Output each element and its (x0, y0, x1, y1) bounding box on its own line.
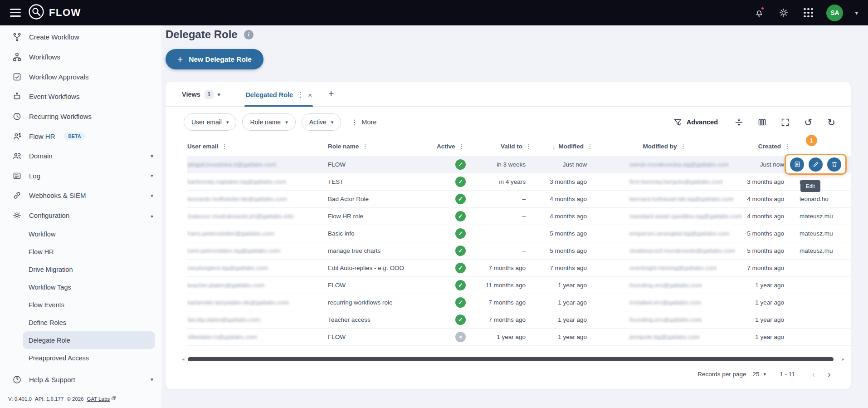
sidebar-item-recurring-workflows[interactable]: Recurring Workflows (0, 107, 161, 127)
column-menu-kebab-icon[interactable]: ⋮ (784, 143, 790, 150)
sidebar-item-webhooks-siem[interactable]: Webhooks & SIEM ▾ (0, 186, 161, 206)
advanced-filter-button[interactable]: Advanced (673, 118, 718, 127)
active-status-icon: ✓ (455, 263, 466, 273)
sidebar-item-configuration[interactable]: Configuration ▴ (0, 206, 161, 226)
tab-delegated-role[interactable]: Delegated Role ⋮ × (244, 91, 313, 106)
brand-logo[interactable]: FLOW (28, 4, 81, 22)
scrollbar-thumb[interactable] (188, 357, 834, 361)
sidebar-item-flow-hr[interactable]: Flow HR BETA (0, 126, 161, 146)
account-menu-chevron-icon[interactable]: ▾ (855, 10, 858, 16)
column-header-user-email: User email⋮ (187, 143, 328, 150)
fullscreen-icon[interactable] (779, 116, 791, 128)
sidebar-item-flow-events[interactable]: Flow Events (23, 296, 155, 314)
sidebar-item-workflow[interactable]: Workflow (23, 225, 155, 243)
sidebar-item-preapproved-access[interactable]: Preapproved Access (23, 349, 155, 367)
workflow-approvals-icon (12, 72, 22, 82)
sidebar-item-define-roles[interactable]: Define Roles (23, 314, 155, 331)
active-cell: ✓ (455, 315, 466, 325)
sidebar-item-workflows[interactable]: Workflows (0, 47, 161, 67)
sidebar-item-log[interactable]: Log ▾ (0, 166, 161, 186)
filter-active[interactable]: Active ▾ (302, 113, 341, 131)
column-menu-kebab-icon[interactable]: ⋮ (362, 143, 368, 150)
sidebar-item-drive-migration[interactable]: Drive Migration (23, 261, 155, 278)
role-name-cell: FLOW (328, 334, 437, 340)
created-cell: 4 months ago (747, 213, 795, 220)
scroll-left-arrow-icon[interactable]: ◂ (182, 357, 185, 362)
sidebar-item-delegate-role[interactable]: Delegate Role (23, 331, 155, 349)
row-actions-popover (785, 154, 847, 175)
tab-menu-kebab-icon[interactable]: ⋮ (297, 91, 304, 99)
row-density-icon[interactable] (733, 116, 745, 128)
column-menu-kebab-icon[interactable]: ⋮ (458, 143, 465, 150)
modified-cell: 1 year ago (558, 334, 598, 340)
column-menu-kebab-icon[interactable]: ⋮ (587, 143, 593, 150)
notifications-bell-icon[interactable] (753, 6, 766, 19)
theme-toggle-icon[interactable] (777, 6, 790, 19)
view-details-button[interactable] (790, 157, 804, 172)
user-avatar[interactable]: SA (826, 5, 843, 21)
column-menu-kebab-icon[interactable]: ⋮ (526, 143, 532, 150)
more-filters-button[interactable]: ⋮ More (351, 118, 376, 127)
table-row[interactable]: hans.petersdotter@gatlabs.com Basic info… (187, 225, 851, 242)
edit-tooltip: Edit (800, 180, 820, 192)
table-row[interactable]: bartlomiej.najdaker.bg@gatlabs.com TEST … (187, 173, 851, 190)
new-delegate-role-button[interactable]: + New Delegate Role (166, 49, 263, 69)
active-cell: ✓ (455, 211, 466, 221)
manage-columns-icon[interactable] (756, 116, 768, 128)
sidebar-item-label: Define Roles (29, 319, 66, 326)
chevron-up-icon[interactable]: ▴ (151, 212, 153, 219)
sidebar-item-flow-hr-config[interactable]: Flow HR (23, 243, 155, 261)
chevron-down-icon[interactable]: ▾ (151, 192, 153, 199)
sidebar-item-label: Workflow (29, 231, 55, 238)
undo-icon[interactable]: ↺ (802, 116, 814, 128)
column-menu-kebab-icon[interactable]: ⋮ (221, 143, 228, 150)
sidebar-item-event-workflows[interactable]: Event Workflows (0, 87, 161, 107)
table-row[interactable]: leonardo.hoffsteder.bk@gatlabs.com Bad A… (187, 190, 851, 207)
scrollbar-track[interactable] (186, 357, 840, 362)
chevron-down-icon[interactable]: ▾ (151, 153, 153, 159)
table-row[interactable]: villedalen.h@gatlabs.com FLOW × 1 year a… (187, 328, 851, 345)
table-row[interactable]: bartender.larrydalen.bk@gatlabs.com recu… (187, 294, 851, 311)
scroll-right-arrow-icon[interactable]: ▸ (842, 357, 844, 362)
table-row[interactable]: verylongtest.bg@gatlabs.com Edit Auto-re… (187, 259, 851, 276)
role-name-cell: TEST (328, 178, 437, 185)
sort-descending-icon[interactable]: ↓ (552, 143, 556, 150)
table-row[interactable]: tomi.petrovdalen.bg@gatlabs.com manage t… (187, 242, 851, 259)
chevron-down-icon: ▾ (764, 371, 766, 377)
info-icon[interactable]: i (244, 30, 254, 39)
table-row[interactable]: abigail.kowalska.b@gatlabs.com FLOW ✓ in… (187, 156, 851, 173)
active-status-icon: ✓ (455, 194, 466, 204)
next-page-button[interactable]: › (828, 369, 831, 379)
filter-user-email[interactable]: User email ▾ (184, 113, 236, 131)
webhooks-icon (12, 191, 22, 201)
sidebar-item-domain[interactable]: Domain ▾ (0, 146, 161, 166)
sidebar-item-workflow-tags[interactable]: Workflow Tags (23, 278, 155, 296)
edit-button[interactable] (809, 157, 823, 172)
chevron-down-icon[interactable]: ▾ (151, 172, 153, 179)
gat-labs-link[interactable]: GAT Labs (87, 396, 117, 402)
add-view-tab-button[interactable]: + (328, 88, 334, 106)
created-by-cell: mateusz.mu (795, 230, 851, 237)
modified-by-redacted: wendi.murakowska.bg@gatlabs.com (629, 161, 729, 168)
tab-views[interactable]: Views 1 ▾ (181, 90, 221, 106)
menu-icon[interactable] (10, 9, 21, 16)
table-row[interactable]: teacher.jdalen@gatlabs.com FLOW ✓ 11 mon… (187, 276, 851, 294)
delete-button[interactable] (827, 157, 841, 172)
table-row[interactable]: faculty.dalen@gatlabs.com Teacher access… (187, 311, 851, 328)
tab-close-icon[interactable]: × (308, 91, 312, 99)
table-row[interactable]: mateusz.mudrakowski.jm@gatlabs.info Flow… (187, 207, 851, 225)
sidebar-item-label: Preapproved Access (29, 354, 89, 362)
created-by-cell: mateusz.mu (795, 213, 851, 220)
filter-role-name[interactable]: Role name ▾ (242, 113, 295, 131)
chevron-down-icon[interactable]: ▾ (151, 376, 153, 383)
sidebar-item-workflow-approvals[interactable]: Workflow Approvals (0, 67, 161, 87)
apps-grid-icon[interactable] (802, 6, 814, 19)
column-menu-kebab-icon[interactable]: ⋮ (680, 143, 687, 150)
refresh-icon[interactable]: ↻ (825, 116, 837, 128)
sidebar-item-help-support[interactable]: Help & Support ▾ (0, 369, 161, 389)
sidebar-item-create-workflow[interactable]: Create Workflow (0, 27, 161, 47)
modified-cell: 5 months ago (550, 247, 598, 254)
previous-page-button[interactable]: ‹ (812, 369, 815, 379)
filter-toolbar: User email ▾ Role name ▾ Active ▾ ⋮ More (166, 107, 851, 137)
records-per-page-select[interactable]: 25 ▾ (753, 371, 766, 378)
